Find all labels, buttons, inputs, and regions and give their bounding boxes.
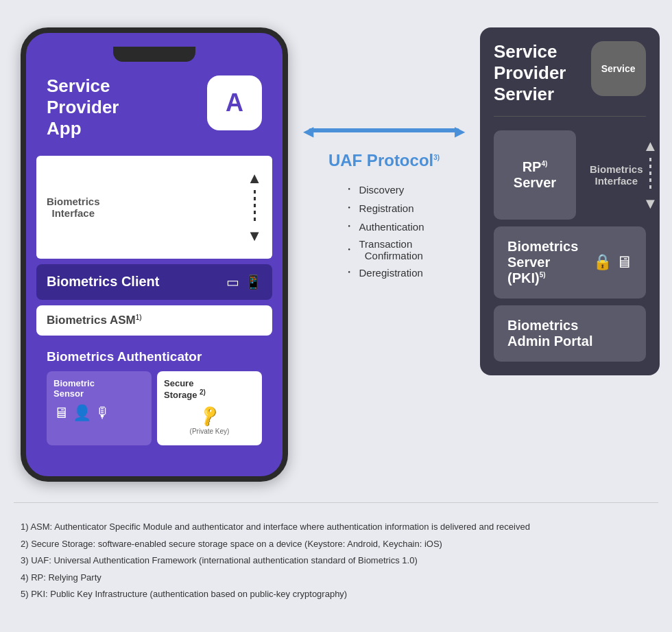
pki-superscript: 5) bbox=[540, 271, 546, 279]
biometrics-admin-portal-label: Biometrics Admin Portal bbox=[507, 318, 632, 349]
service-provider-app-title: Service Provider App bbox=[47, 75, 119, 140]
sensor-icons: 🖥 👤 🎙 bbox=[53, 404, 145, 422]
server-biometrics-interface-label: Biometrics Interface bbox=[590, 163, 643, 187]
rp-server-row: RP4) Server Biometrics Interface ▲ ▼ bbox=[494, 130, 646, 220]
uaf-items-list: Discovery Registration Authentication Tr… bbox=[344, 180, 424, 282]
storage-superscript: 2) bbox=[200, 388, 206, 396]
biometrics-client-box: Biometrics Client ▭ 📱 bbox=[36, 264, 272, 300]
phone-header: Service Provider App A bbox=[36, 69, 272, 150]
uaf-arrow-container bbox=[309, 124, 459, 137]
biometrics-interface-label: Biometrics Interface bbox=[47, 196, 100, 219]
phone-icon: 📱 bbox=[245, 274, 262, 290]
server-wrapper: Service Provider Servier Service RP4) Se… bbox=[480, 27, 660, 375]
biometrics-interface-box: Biometrics Interface ▲ ▼ bbox=[36, 156, 272, 259]
uaf-item: Transaction Confirmation bbox=[344, 236, 424, 264]
client-icons: ▭ 📱 bbox=[226, 274, 262, 290]
service-icon-label: Service bbox=[601, 63, 636, 74]
uaf-item: Authentication bbox=[344, 218, 424, 236]
secure-storage-box: SecureStorage 2) 🔑 (Private Key) bbox=[157, 371, 262, 445]
middle-section: UAF Protocol3) Discovery Registration Au… bbox=[309, 27, 459, 282]
auth-bottom-row: Biometric Sensor 🖥 👤 🎙 SecureStorage 2) … bbox=[47, 371, 262, 445]
server-header: Service Provider Servier Service bbox=[494, 41, 646, 117]
footnote-2: 2) Secure Storage: software-enabled secu… bbox=[21, 537, 651, 551]
rp-server-label: RP4) bbox=[514, 159, 556, 175]
server-dashed-line bbox=[649, 158, 651, 192]
dashed-line bbox=[254, 190, 256, 224]
biometric-sensor-label: Biometric Sensor bbox=[53, 378, 145, 399]
secure-storage-label: SecureStorage 2) bbox=[164, 378, 255, 400]
biometrics-authenticator-title: Biometrics Authenticator bbox=[47, 349, 262, 364]
biometric-sensor-box: Biometric Sensor 🖥 👤 🎙 bbox=[47, 371, 152, 445]
face-scan-icon: 👤 bbox=[73, 404, 91, 422]
rp-server-sublabel: Server bbox=[514, 175, 556, 191]
service-provider-server-title: Service Provider Servier bbox=[494, 41, 566, 106]
footnote-3: 3) UAF: Universal Authentication Framewo… bbox=[21, 554, 651, 567]
rp-server-box: RP4) Server bbox=[494, 130, 576, 220]
server-arrow-up-icon: ▲ bbox=[643, 137, 658, 155]
biometrics-authenticator-box: Biometrics Authenticator Biometric Senso… bbox=[36, 341, 272, 456]
footnote-4: 4) RP: Relying Party bbox=[21, 571, 651, 585]
main-layout: Service Provider App A Biometrics Interf… bbox=[14, 14, 658, 611]
fingerprint-icon: 🖥 bbox=[53, 404, 69, 422]
server-vertical-arrows: ▲ ▼ bbox=[643, 137, 658, 213]
vertical-arrows: ▲ ▼ bbox=[247, 169, 262, 245]
rp-superscript: 4) bbox=[541, 160, 547, 167]
biometrics-admin-portal-box: Biometrics Admin Portal bbox=[494, 305, 646, 362]
server-biometrics-interface-box: Biometrics Interface ▲ ▼ bbox=[583, 130, 664, 220]
asm-superscript: 1) bbox=[136, 314, 142, 321]
service-icon: Service bbox=[591, 41, 646, 96]
arrow-up-icon: ▲ bbox=[247, 169, 262, 187]
footnote-1: 1) ASM: Authenticator Specific Module an… bbox=[21, 520, 651, 534]
uaf-item: Deregistration bbox=[344, 264, 424, 282]
biometrics-server-pki-box: Biometrics Server (PKI)5) 🔒 🖥 bbox=[494, 226, 646, 299]
uaf-double-arrow bbox=[309, 128, 459, 132]
biometrics-asm-label: Biometrics ASM bbox=[47, 314, 136, 327]
tablet-icon: ▭ bbox=[226, 274, 239, 290]
phone-device: Service Provider App A Biometrics Interf… bbox=[21, 27, 288, 482]
phone-wrapper: Service Provider App A Biometrics Interf… bbox=[21, 27, 288, 482]
voice-icon: 🎙 bbox=[95, 404, 110, 422]
uaf-superscript: 3) bbox=[433, 154, 440, 161]
uaf-protocol-title: UAF Protocol3) bbox=[328, 151, 440, 170]
private-key-label: (Private Key) bbox=[164, 428, 255, 435]
biometrics-server-pki-label: Biometrics Server (PKI)5) bbox=[507, 239, 593, 286]
uaf-item: Discovery bbox=[344, 180, 424, 199]
server-rack-icon: 🖥 bbox=[616, 253, 632, 272]
uaf-item: Registration bbox=[344, 199, 424, 218]
arrow-down-icon: ▼ bbox=[247, 227, 262, 245]
app-icon-letter: A bbox=[226, 89, 243, 117]
app-icon: A bbox=[207, 75, 262, 130]
lock-icon: 🔒 bbox=[593, 253, 612, 271]
biometrics-asm-box: Biometrics ASM1) bbox=[36, 305, 272, 336]
server-box: Service Provider Servier Service RP4) Se… bbox=[480, 27, 660, 375]
diagram-container: Service Provider App A Biometrics Interf… bbox=[14, 14, 658, 495]
footnotes-section: 1) ASM: Authenticator Specific Module an… bbox=[14, 502, 658, 611]
footnote-5: 5) PKI: Public Key Infrastructure (authe… bbox=[21, 587, 651, 601]
server-arrow-down-icon: ▼ bbox=[643, 195, 658, 213]
server-icons: 🔒 🖥 bbox=[593, 253, 632, 272]
phone-notch bbox=[113, 47, 195, 62]
biometrics-client-label: Biometrics Client bbox=[47, 274, 159, 290]
key-icon: 🔑 bbox=[197, 403, 221, 428]
